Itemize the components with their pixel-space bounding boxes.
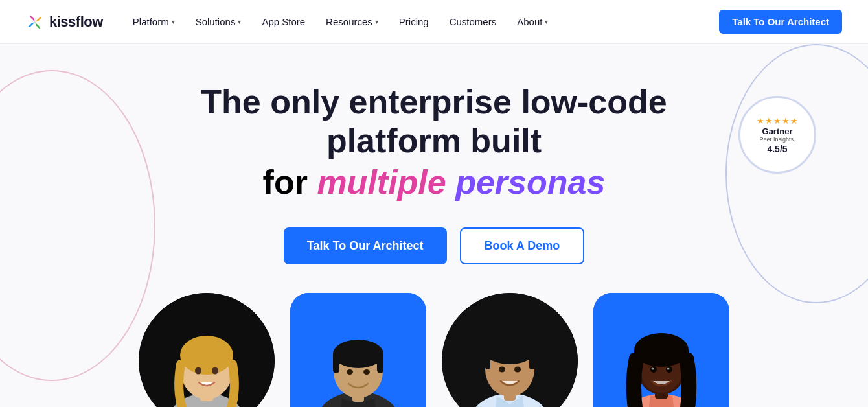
hero-headline-line1: The only enterprise low-code platform bu… (143, 83, 725, 161)
headline-highlight-multiple: multiple (317, 163, 446, 201)
svg-rect-13 (333, 354, 339, 373)
nav-item-resources[interactable]: Resources ▾ (317, 11, 387, 32)
nav-item-solutions[interactable]: Solutions ▾ (187, 11, 251, 32)
chevron-down-icon: ▾ (172, 18, 175, 25)
persona-1 (139, 293, 275, 407)
gartner-stars: ★★★★★ (757, 116, 799, 126)
nav-item-about[interactable]: About ▾ (508, 11, 557, 32)
persona-3 (442, 293, 578, 407)
svg-point-16 (363, 369, 370, 375)
svg-rect-23 (485, 351, 490, 369)
svg-point-4 (180, 336, 233, 375)
persona-4 (593, 293, 729, 407)
svg-point-26 (514, 367, 521, 373)
persona-1-image (139, 293, 275, 407)
hero-buttons: Talk To Our Architect Book A Demo (284, 227, 584, 264)
svg-rect-24 (529, 351, 534, 369)
svg-point-5 (195, 367, 201, 375)
personas-row (139, 293, 729, 407)
brand-name: kissflow (49, 14, 103, 30)
svg-point-35 (650, 366, 657, 373)
nav-item-app-store[interactable]: App Store (253, 11, 314, 32)
svg-rect-22 (485, 351, 534, 360)
svg-rect-14 (377, 354, 383, 373)
gartner-sub: Peer Insights. (759, 137, 795, 143)
logo[interactable]: kissflow (26, 13, 103, 31)
persona-2 (290, 293, 426, 407)
nav-item-customers[interactable]: Customers (440, 11, 506, 32)
nav-cta-button[interactable]: Talk To Our Architect (719, 10, 842, 34)
hero-headline-line2: for multiple personas (263, 163, 606, 202)
hero-section: ★★★★★ Gartner Peer Insights. 4.5/5 The o… (0, 44, 868, 407)
svg-point-15 (347, 369, 353, 375)
nav-links: Platform ▾ Solutions ▾ App Store Resourc… (124, 11, 719, 32)
persona-3-image (442, 293, 578, 407)
nav-item-pricing[interactable]: Pricing (390, 11, 438, 32)
nav-item-platform[interactable]: Platform ▾ (124, 11, 184, 32)
gartner-rating: 4.5/5 (767, 144, 787, 154)
svg-point-37 (652, 368, 654, 370)
gartner-badge: ★★★★★ Gartner Peer Insights. 4.5/5 (738, 96, 816, 174)
hero-cta-primary[interactable]: Talk To Our Architect (284, 227, 447, 264)
decorative-arc-right (725, 44, 868, 303)
svg-point-36 (666, 366, 672, 373)
chevron-down-icon: ▾ (238, 18, 241, 25)
decorative-arc-left (0, 70, 155, 381)
persona-4-image (593, 293, 729, 407)
persona-2-image (290, 293, 426, 407)
gartner-name: Gartner (762, 127, 793, 135)
svg-point-38 (667, 368, 670, 370)
svg-rect-12 (333, 354, 383, 364)
chevron-down-icon: ▾ (545, 18, 548, 25)
hero-cta-secondary[interactable]: Book A Demo (460, 227, 585, 264)
svg-point-25 (499, 367, 505, 373)
svg-point-6 (212, 367, 218, 375)
navbar: kissflow Platform ▾ Solutions ▾ App Stor… (0, 0, 868, 44)
headline-highlight-personas: personas (455, 163, 605, 201)
kissflow-logo-icon (26, 13, 44, 31)
chevron-down-icon: ▾ (375, 18, 378, 25)
